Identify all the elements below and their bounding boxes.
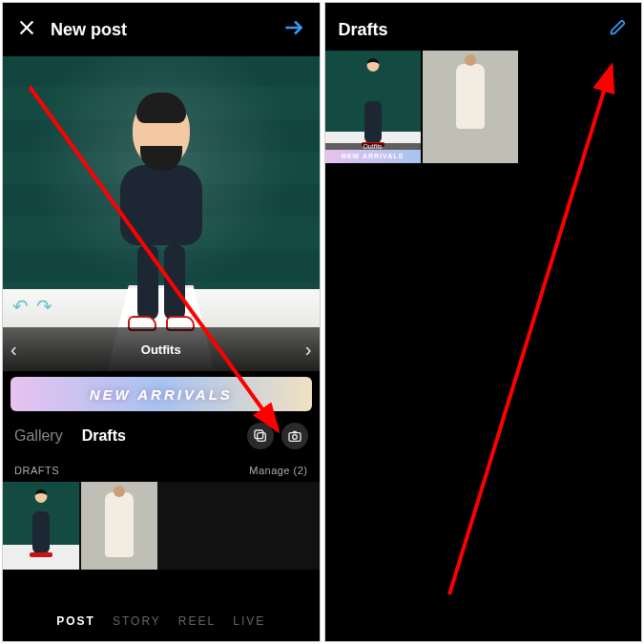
drafts-section-header: DRAFTS Manage (2) bbox=[3, 459, 320, 482]
camera-icon[interactable] bbox=[281, 423, 308, 449]
avatar-illustration bbox=[104, 98, 218, 337]
drafts-label: DRAFTS bbox=[14, 465, 59, 476]
edit-pencil-icon[interactable] bbox=[609, 18, 628, 41]
header: New post bbox=[3, 3, 320, 56]
svg-rect-0 bbox=[257, 433, 265, 442]
chevron-left-icon[interactable]: ‹ bbox=[10, 339, 17, 361]
draft-thumbnails bbox=[3, 482, 320, 570]
selected-media-preview[interactable]: ↶ ↷ ‹ Outfits › bbox=[3, 56, 320, 371]
draft-thumb-2[interactable] bbox=[423, 51, 518, 163]
close-icon[interactable] bbox=[16, 17, 37, 42]
draft-thumbnails: Outfits NEW ARRIVALS bbox=[325, 51, 642, 163]
tab-post[interactable]: POST bbox=[56, 614, 95, 628]
category-carousel: ‹ Outfits › bbox=[3, 327, 320, 371]
drafts-screen: Drafts Outfits NEW ARRIVALS bbox=[324, 2, 643, 642]
manage-link[interactable]: Manage (2) bbox=[249, 465, 307, 476]
header: Drafts bbox=[325, 3, 642, 51]
tab-story[interactable]: STORY bbox=[113, 614, 161, 628]
draft-thumb-1[interactable]: Outfits NEW ARRIVALS bbox=[325, 51, 421, 163]
undo-icon[interactable]: ↶ bbox=[12, 295, 29, 318]
svg-point-3 bbox=[292, 435, 297, 440]
draft-thumb-1[interactable] bbox=[3, 482, 79, 570]
next-arrow-icon[interactable] bbox=[281, 15, 306, 44]
tab-drafts[interactable]: Drafts bbox=[82, 427, 126, 445]
chevron-right-icon[interactable]: › bbox=[305, 339, 312, 361]
tab-reel[interactable]: REEL bbox=[178, 614, 216, 628]
multi-select-icon[interactable] bbox=[247, 423, 274, 449]
new-arrivals-banner[interactable]: NEW ARRIVALS bbox=[10, 377, 312, 411]
page-title: Drafts bbox=[339, 20, 388, 40]
redo-icon[interactable]: ↷ bbox=[36, 295, 52, 318]
svg-rect-2 bbox=[289, 433, 301, 442]
svg-rect-1 bbox=[255, 430, 263, 439]
source-tabs: Gallery Drafts bbox=[3, 417, 320, 459]
bottom-mode-tabs: POST STORY REEL LIVE bbox=[3, 601, 320, 641]
page-title: New post bbox=[51, 20, 127, 40]
new-post-screen: New post ↶ ↷ ‹ Outfits › bbox=[2, 2, 321, 642]
category-label: Outfits bbox=[141, 343, 181, 357]
draft-thumb-2[interactable] bbox=[81, 482, 157, 570]
tab-live[interactable]: LIVE bbox=[233, 614, 265, 628]
tab-gallery[interactable]: Gallery bbox=[14, 427, 63, 445]
